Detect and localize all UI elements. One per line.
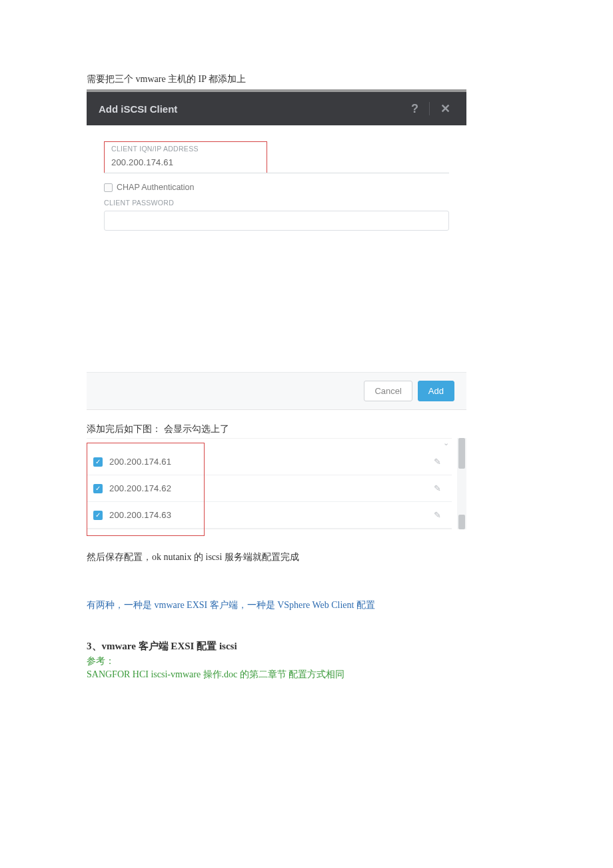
reference-label: 参考：: [87, 655, 526, 667]
ip-text: 200.200.174.62: [109, 483, 171, 493]
scrollbar[interactable]: [457, 438, 466, 529]
client-list-wrap: ⌄ ✓ 200.200.174.61 ✎ ✓ 200.200.174.62 ✎: [87, 438, 466, 529]
chap-checkbox[interactable]: [104, 183, 113, 192]
add-iscsi-client-dialog: Add iSCSI Client ? ✕ CLIENT IQN/IP ADDRE…: [87, 89, 466, 410]
client-iqn-ip-field-highlight: CLIENT IQN/IP ADDRESS 200.200.174.61: [104, 141, 267, 173]
client-password-label: CLIENT PASSWORD: [104, 199, 449, 207]
reference-doc: SANGFOR HCI iscsi-vmware 操作.doc 的第二章节 配置…: [87, 669, 526, 681]
chap-label: CHAP Authentication: [117, 183, 195, 192]
list-top-fragment: ⌄: [87, 439, 452, 449]
edit-icon[interactable]: ✎: [434, 457, 441, 467]
ip-text: 200.200.174.61: [109, 457, 171, 467]
client-password-input[interactable]: [104, 211, 449, 231]
after-add-text: 添加完后如下图： 会显示勾选上了: [87, 423, 526, 435]
close-icon[interactable]: ✕: [436, 101, 454, 116]
cancel-button[interactable]: Cancel: [364, 381, 412, 401]
checked-icon: ✓: [93, 484, 103, 493]
client-iqn-ip-value[interactable]: 200.200.174.61: [111, 157, 173, 167]
scroll-thumb[interactable]: [458, 438, 465, 469]
scroll-thumb[interactable]: [458, 515, 465, 529]
checked-icon: ✓: [93, 457, 103, 467]
client-list: ⌄ ✓ 200.200.174.61 ✎ ✓ 200.200.174.62 ✎: [87, 438, 452, 529]
paragraph-save-config: 然后保存配置，ok nutanix 的 iscsi 服务端就配置完成: [87, 549, 526, 565]
list-item[interactable]: ✓ 200.200.174.62 ✎: [87, 475, 452, 502]
paragraph-two-methods: 有两种，一种是 vmware EXSI 客户端，一种是 VSphere Web …: [87, 597, 526, 613]
dialog-footer: Cancel Add: [87, 372, 466, 409]
section-heading: 3、vmware 客户端 EXSI 配置 iscsi: [87, 640, 526, 653]
checked-icon: ✓: [93, 511, 103, 520]
client-iqn-ip-label: CLIENT IQN/IP ADDRESS: [111, 145, 260, 153]
list-item[interactable]: ✓ 200.200.174.63 ✎: [87, 502, 452, 529]
header-divider: [429, 102, 430, 115]
dialog-header-actions: ? ✕: [407, 101, 454, 116]
list-item[interactable]: ✓ 200.200.174.61 ✎: [87, 449, 452, 475]
edit-icon[interactable]: ✎: [434, 510, 441, 520]
add-button[interactable]: Add: [418, 381, 454, 401]
dialog-body: CLIENT IQN/IP ADDRESS 200.200.174.61 CHA…: [87, 125, 466, 372]
edit-icon[interactable]: ✎: [434, 483, 441, 493]
dialog-header: Add iSCSI Client ? ✕: [87, 92, 466, 125]
dialog-title: Add iSCSI Client: [99, 103, 177, 115]
ip-text: 200.200.174.63: [109, 510, 171, 520]
input-underline: [104, 173, 449, 173]
help-icon[interactable]: ?: [407, 102, 422, 116]
chap-auth-row[interactable]: CHAP Authentication: [104, 183, 449, 192]
intro-text: 需要把三个 vmware 主机的 IP 都添加上: [87, 73, 526, 85]
